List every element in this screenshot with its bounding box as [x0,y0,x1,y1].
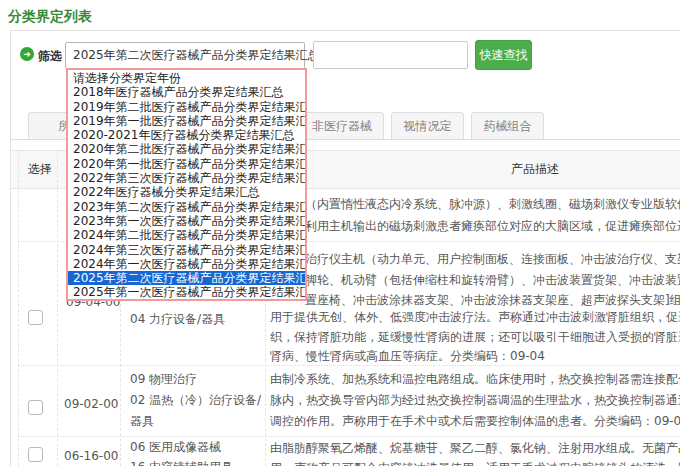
dropdown-option[interactable]: 2018年医疗器械产品分类界定结果汇总 [68,85,305,99]
row-divider [18,365,680,366]
dropdown-option[interactable]: 2020-2021年医疗器械分类界定结果汇总 [68,128,305,142]
dropdown-option[interactable]: 2023年第二次医疗器械产品分类界定结果汇总 [68,200,305,214]
row-divider [18,436,680,437]
row4-classification-code: 06-16-00 [64,449,118,463]
row2-description-line: 脚轮、机动臂（包括伸缩柱和旋转滑臂）、冲击波装置货架、冲击波装置连接器、超声波 [305,272,680,289]
page-title: 分类界定列表 [8,8,92,26]
row1-description-line: （内置惰性液态内冷系统、脉冲源）、刺激线圈、磁场刺激仪专业版软件、运动诱发电位模 [305,196,680,213]
tab-case-by-case[interactable]: 视情况定 [391,112,464,140]
column-divider [18,150,19,466]
row4-description-line: 由脂肪醇聚氧乙烯醚、烷基糖苷、聚乙二醇、氯化钠、注射用水组成。无菌产品。声称所有… [270,440,680,457]
row4-description-line: 用，声称产品可配合内窥镜冲洗器使用，适用于手术过程中腔镜镜头的清洗，以达到防雾与… [270,460,680,466]
header-description-column: 产品描述 [430,161,640,178]
dropdown-option-selected[interactable]: 2025年第二次医疗器械产品分类界定结果汇总 [68,271,305,285]
dropdown-option[interactable]: 2019年第一批医疗器械产品分类界定结果汇总 [68,114,305,128]
dropdown-option[interactable]: 2025年第一次医疗器械产品分类界定结果汇总 [68,285,305,299]
row3-category-line: 02 温热（冷）治疗设备/ [130,392,261,409]
row3-category-line: 09 物理治疗 [130,371,197,388]
dropdown-option[interactable]: 2022年医疗器械分类界定结果汇总 [68,185,305,199]
row3-category-line: 器具 [130,413,154,430]
row2-checkbox[interactable] [28,310,43,325]
dropdown-option[interactable]: 请选择分类界定年份 [68,71,305,85]
row2-description-line: 置座椅、冲击波涂抹器支架、冲击波涂抹器支架座、超声波探头支架]组成。声称是一种带 [305,292,680,309]
dropdown-option[interactable]: 2024年第一次医疗器械产品分类界定结果汇总 [68,257,305,271]
row3-classification-code: 09-02-00 [64,397,118,411]
row2-description-line: 肾病、慢性肾病或高血压等病症。分类编码：09-04 [270,348,545,365]
row3-description-line: 调控的作用。声称用于在手术中或术后需要控制体温的患者。分类编码：09-02 [270,413,680,430]
row4-checkbox[interactable] [28,447,43,462]
dropdown-option[interactable]: 2020年第一批医疗器械产品分类界定结果汇总 [68,157,305,171]
header-select-column: 选择 [18,161,62,178]
tab-drug-device-combo[interactable]: 药械组合 [471,112,544,140]
row1-description-line: 利用主机输出的磁场刺激患者瘫痪部位对应的大脑区域，促进瘫痪部位运动。分类编码： [305,218,680,235]
column-divider [57,150,58,466]
row2-category: 04 力疗设备/器具 [130,311,225,328]
dropdown-option[interactable]: 2022年第三次医疗器械产品分类界定结果汇总 [68,171,305,185]
row2-description-line: 用于提供无创、体外、低强度冲击波疗法。声称通过冲击波刺激肾脏组织，促进新血管生成… [270,309,680,326]
row4-category-line: 16 内窥镜辅助用具 [130,459,233,466]
row3-description-line: 由制冷系统、加热系统和温控电路组成。临床使用时，热交换控制器需连接配合使用的热交… [270,371,680,388]
row2-description-line: 治疗仪主机（动力单元、用户控制面板、连接面板、冲击波治疗仪、支架、手柄、耗材及 [305,251,680,268]
dropdown-option[interactable]: 2023年第一次医疗器械产品分类界定结果汇总 [68,214,305,228]
dropdown-option[interactable]: 2020年第二批医疗器械产品分类界定结果汇总 [68,142,305,156]
dropdown-option[interactable]: 2024年第三次医疗器械产品分类界定结果汇总 [68,243,305,257]
row2-description-line: 织，保持肾脏功能，延缓慢性肾病的进展；还可以吸引干细胞进入受损的肾脏进行组织修复… [270,329,680,346]
quick-search-button[interactable]: 快速查找 [475,40,532,70]
row3-checkbox[interactable] [28,400,43,415]
classification-page: 分类界定列表 ➜ 筛选： 2025年第二次医疗器械产品分类界定结果汇总 ∨ 快速… [0,0,680,466]
year-dropdown-list: 请选择分类界定年份2018年医疗器械产品分类界定结果汇总2019年第二批医疗器械… [66,68,307,301]
filter-arrow-icon: ➜ [20,47,34,61]
tab-non-medical-device[interactable]: 非医疗器械 [300,112,384,140]
year-select-value: 2025年第二次医疗器械产品分类界定结果汇总 [73,47,320,64]
dropdown-option[interactable]: 2024年第二批医疗器械产品分类界定结果汇总 [68,228,305,242]
year-select[interactable]: 2025年第二次医疗器械产品分类界定结果汇总 ∨ [65,42,305,69]
row4-category-line: 06 医用成像器械 [130,439,221,456]
dropdown-option[interactable]: 2019年第二批医疗器械产品分类界定结果汇总 [68,100,305,114]
search-input[interactable] [313,41,468,69]
row3-description-line: 脉内，热交换导管内部为经过热交换控制器调温的生理盐水，热交换控制器通过控制盐水的… [270,392,680,409]
